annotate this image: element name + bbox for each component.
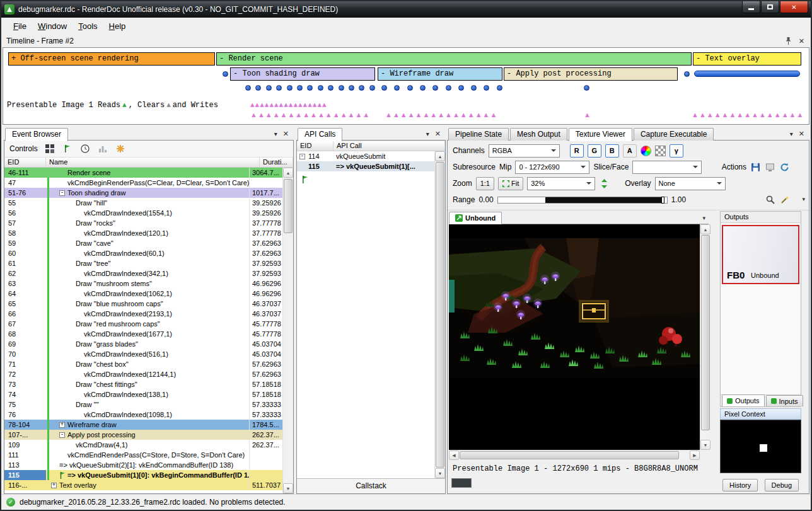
pixel-context-canvas[interactable]	[720, 420, 801, 473]
draw-call-dot[interactable]	[407, 85, 413, 91]
panel-close-icon[interactable]: ✕	[283, 130, 289, 138]
zoom-fit-button[interactable]: Fit	[498, 177, 523, 190]
draw-call-dot[interactable]	[328, 85, 334, 91]
gamma-button[interactable]: γ	[670, 144, 683, 158]
menu-file[interactable]: File	[8, 19, 32, 33]
timeline-marker-bar[interactable]: - Toon shading draw	[230, 67, 375, 81]
texture-tab-dropdown-icon[interactable]: ▾	[702, 215, 709, 224]
scroll-down-icon[interactable]: ▼	[435, 468, 445, 478]
event-row[interactable]: 63 Draw "mushroom stems" 46.96296	[4, 278, 282, 289]
draw-call-dot[interactable]	[484, 85, 489, 91]
draw-call-dot[interactable]	[432, 85, 438, 91]
draw-call-dot[interactable]	[497, 85, 502, 91]
bookmark-flag-icon[interactable]	[62, 144, 73, 154]
checkerboard-background-icon[interactable]	[655, 146, 666, 156]
autofit-wand-icon[interactable]	[779, 195, 790, 205]
zoom-range-icon[interactable]	[765, 195, 775, 205]
flip-y-icon[interactable]	[599, 178, 610, 189]
draw-call-dot[interactable]	[420, 85, 426, 91]
scrollbar-thumb[interactable]	[460, 451, 679, 459]
scroll-up-icon[interactable]: ▲	[700, 224, 710, 234]
event-row[interactable]: 61 Draw "tree" 37.92593	[4, 258, 282, 268]
expander-icon[interactable]: -	[59, 432, 65, 438]
scrollbar-thumb[interactable]	[284, 179, 293, 233]
tab-outputs[interactable]: Outputs	[722, 394, 765, 406]
draw-call-dot[interactable]	[339, 85, 344, 91]
zoom-1to1-button[interactable]: 1:1	[476, 177, 494, 190]
event-row[interactable]: 116-... + Text overlay 511.7037	[4, 480, 282, 490]
column-name[interactable]: Name	[46, 158, 260, 167]
draw-call-dot[interactable]	[318, 85, 323, 91]
expander-icon[interactable]: +	[51, 483, 57, 488]
panel-close-icon[interactable]: ✕	[435, 130, 441, 138]
close-button[interactable]: ✕	[780, 1, 808, 13]
event-row[interactable]: 107-... - Apply post processing 262.37..…	[4, 430, 282, 440]
menu-tools[interactable]: Tools	[72, 19, 103, 33]
draw-call-dot[interactable]	[684, 71, 690, 77]
mip-select[interactable]: 0 - 1272x690	[515, 161, 589, 174]
save-icon[interactable]	[750, 162, 761, 173]
event-row[interactable]: 60 vkCmdDrawIndexed(60,1) 37.62963	[4, 248, 282, 258]
maximize-button[interactable]	[761, 1, 779, 13]
event-row[interactable]: 68 vkCmdDrawIndexed(1677,1) 45.77778	[4, 329, 282, 339]
draw-call-dot[interactable]	[458, 85, 464, 91]
timeline-draw-pill[interactable]	[694, 71, 800, 77]
timeline-marker-bar[interactable]: + Off-screen scene rendering	[8, 52, 215, 66]
draw-call-dot[interactable]	[287, 85, 293, 91]
event-row[interactable]: 74 vkCmdDrawIndexed(138,1) 57.18518	[4, 389, 282, 399]
event-row[interactable]: 58 vkCmdDrawIndexed(120,1) 37.77778	[4, 228, 282, 238]
tab-api-calls[interactable]: API Calls	[298, 128, 342, 141]
scroll-up-icon[interactable]: ▲	[283, 168, 293, 178]
column-duration[interactable]: Durati...	[260, 158, 293, 167]
sliceface-select[interactable]	[632, 161, 702, 174]
expander-icon[interactable]: +	[59, 422, 65, 428]
event-row[interactable]: 56 vkCmdDrawIndexed(1554,1) 39.25926	[4, 208, 282, 218]
event-row[interactable]: 76 vkCmdDrawIndexed(1098,1) 57.33333	[4, 410, 282, 420]
draw-call-dot[interactable]	[297, 85, 303, 91]
channels-select[interactable]: RGBA	[489, 144, 560, 158]
usage-triangle-cluster[interactable]: ▲▲▲▲▲▲▲▲▲▲▲▲▲▲▲▲	[250, 101, 327, 109]
scroll-down-icon[interactable]: ▼	[283, 483, 293, 493]
draw-call-dot[interactable]	[255, 85, 261, 91]
blue-channel-button[interactable]: B	[605, 144, 619, 158]
api-call-row[interactable]: 115 => vkQueueSubmit(1)[...	[297, 161, 434, 171]
draw-call-dot[interactable]	[584, 85, 589, 91]
event-row[interactable]: 72 vkCmdDrawIndexed(12144,1) 57.62963	[4, 369, 282, 379]
timeline-marker-bar[interactable]: - Text overlay	[693, 52, 801, 66]
event-row[interactable]: 51-76 - Toon shading draw 1017.7...	[4, 188, 282, 198]
range-slider[interactable]	[497, 197, 668, 204]
alpha-channel-button[interactable]: A	[623, 144, 637, 158]
toolbar-overflow-icon[interactable]: ▾	[802, 196, 805, 202]
event-row[interactable]: 47 vkCmdBeginRenderPass(C=Clear, D=Clear…	[4, 178, 282, 188]
usage-triangle-cluster[interactable]: ▲▲▲▲▲▲▲▲▲▲▲▲▲▲▲	[692, 111, 804, 118]
pin-icon[interactable]	[786, 37, 791, 45]
green-channel-button[interactable]: G	[588, 144, 601, 158]
event-row[interactable]: 65 Draw "blue mushroom caps" 46.37037	[4, 299, 282, 309]
zoom-select[interactable]: 32%	[527, 177, 595, 190]
minimize-button[interactable]	[742, 1, 760, 13]
chart-icon[interactable]	[98, 144, 108, 154]
event-browser-scrollbar[interactable]: ▲ ▼	[282, 168, 293, 493]
column-api-call[interactable]: API Call	[334, 141, 445, 151]
event-row[interactable]: 46-111 Render scene 3064.7...	[4, 168, 282, 178]
reads-triangle-icon[interactable]: ▲	[122, 101, 127, 109]
expander-icon[interactable]: -	[59, 190, 65, 196]
tab-pipeline-state[interactable]: Pipeline State	[448, 128, 509, 141]
timeline-canvas[interactable]: + Off-screen scene rendering- Render sce…	[3, 47, 809, 125]
settings-star-icon[interactable]	[115, 144, 126, 154]
panel-menu-icon[interactable]: ▾	[274, 130, 277, 137]
draw-call-dot[interactable]	[381, 85, 387, 91]
timeline-marker-bar[interactable]: - Render scene	[216, 52, 692, 66]
tab-capture-executable[interactable]: Capture Executable	[634, 128, 714, 141]
column-eid[interactable]: EID	[4, 158, 46, 167]
tab-event-browser[interactable]: Event Browser	[5, 128, 68, 141]
scrollbar-thumb[interactable]	[436, 162, 444, 468]
event-row[interactable]: 66 vkCmdDrawIndexed(2193,1) 46.37037	[4, 309, 282, 319]
usage-triangle-cluster[interactable]: ▲	[584, 111, 591, 118]
draw-call-dot[interactable]	[349, 85, 354, 91]
menu-help[interactable]: Help	[103, 19, 132, 33]
usage-triangle-cluster[interactable]: ▲▲▲▲▲▲▲▲▲▲▲▲▲▲▲▲	[250, 111, 370, 118]
tab-inputs[interactable]: Inputs	[766, 395, 803, 406]
draw-call-dot[interactable]	[307, 85, 313, 91]
draw-call-dot[interactable]	[369, 85, 375, 91]
